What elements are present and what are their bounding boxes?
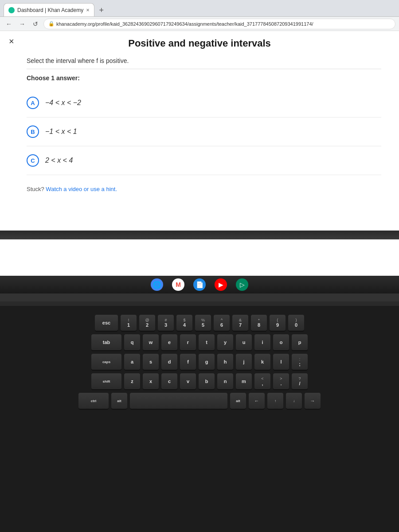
forward-button[interactable]: → (17, 19, 27, 29)
key-arrow-left[interactable]: ← (249, 393, 265, 409)
keyboard-row-5: ctrl alt alt ← ↑ ↓ → (78, 393, 321, 409)
key-p[interactable]: p (292, 334, 308, 350)
key-8[interactable]: *8 (251, 315, 267, 331)
stuck-section: Stuck? Watch a video or use a hint. (27, 186, 381, 192)
keyboard-row-1: esc !1 @2 #3 $4 %5 ^6 &7 *8 (9 )0 (95, 315, 304, 331)
key-5[interactable]: %5 (195, 315, 211, 331)
address-bar-container: ← → ↺ 🔒 khanacademy.org/profile/kaid_362… (0, 17, 399, 31)
key-4[interactable]: $4 (176, 315, 192, 331)
screen-content: Dashboard | Khan Academy × + ← → ↺ 🔒 kha… (0, 0, 399, 293)
key-y[interactable]: y (217, 334, 233, 350)
key-i[interactable]: i (254, 334, 270, 350)
keyboard-row-4: shift z x c v b n m <, >. ?/ (91, 373, 308, 389)
key-semicolon[interactable]: :; (292, 354, 308, 370)
key-slash[interactable]: ?/ (292, 373, 308, 389)
key-x[interactable]: x (143, 373, 159, 389)
key-z[interactable]: z (124, 373, 140, 389)
option-text-c: 2 < x < 4 (45, 156, 73, 164)
key-r[interactable]: r (180, 334, 196, 350)
key-s[interactable]: s (143, 354, 159, 370)
choose-label: Choose 1 answer: (27, 74, 381, 82)
keyboard-row-3: caps a s d f g h j k l :; (91, 354, 308, 370)
key-ctrl[interactable]: ctrl (78, 393, 109, 409)
key-v[interactable]: v (180, 373, 196, 389)
key-g[interactable]: g (199, 354, 215, 370)
key-arrow-down[interactable]: ↓ (286, 393, 302, 409)
key-t[interactable]: t (199, 334, 215, 350)
url-text: khanacademy.org/profile/kaid_36282436902… (56, 21, 313, 27)
key-esc[interactable]: esc (95, 315, 118, 331)
key-q[interactable]: q (124, 334, 140, 350)
key-b[interactable]: b (199, 373, 215, 389)
hint-link[interactable]: Watch a video or use a hint. (46, 186, 117, 192)
question-instruction: Select the interval where f is positive. (27, 57, 381, 69)
key-alt[interactable]: alt (111, 393, 127, 409)
back-button[interactable]: ← (4, 19, 14, 29)
key-6[interactable]: ^6 (214, 315, 230, 331)
browser-titlebar: Dashboard | Khan Academy × + (0, 0, 399, 17)
chrome-icon[interactable]: 🌐 (151, 278, 163, 291)
refresh-button[interactable]: ↺ (30, 19, 41, 29)
laptop-body: Dashboard | Khan Academy × + ← → ↺ 🔒 kha… (0, 0, 399, 532)
key-tab[interactable]: tab (91, 334, 121, 350)
key-n[interactable]: n (217, 373, 233, 389)
tab-bar: Dashboard | Khan Academy × + (4, 0, 108, 16)
key-h[interactable]: h (217, 354, 233, 370)
keyboard-area: esc !1 @2 #3 $4 %5 ^6 &7 *8 (9 )0 tab q … (0, 306, 399, 532)
key-2[interactable]: @2 (139, 315, 155, 331)
key-c[interactable]: c (161, 373, 177, 389)
key-spacebar[interactable] (130, 393, 227, 409)
tab-favicon (8, 7, 15, 13)
key-a[interactable]: a (124, 354, 140, 370)
key-k[interactable]: k (254, 354, 270, 370)
stuck-prefix: Stuck? (27, 186, 46, 192)
question-title: Positive and negative intervals (27, 38, 381, 49)
taskbar: 🌐 M 📄 ▶ ▷ (0, 276, 399, 293)
option-circle-a: A (27, 97, 39, 109)
question-container: Positive and negative intervals Select t… (0, 31, 399, 199)
key-arrow-up[interactable]: ↑ (267, 393, 283, 409)
lock-icon: 🔒 (48, 21, 55, 27)
key-alt-right[interactable]: alt (230, 393, 246, 409)
keyboard-row-2: tab q w e r t y u i o p (91, 334, 308, 350)
key-1[interactable]: !1 (121, 315, 137, 331)
option-circle-c: C (27, 154, 39, 167)
key-0[interactable]: )0 (288, 315, 304, 331)
key-m[interactable]: m (236, 373, 252, 389)
active-tab[interactable]: Dashboard | Khan Academy × (4, 3, 94, 16)
key-comma[interactable]: <, (254, 373, 270, 389)
tab-close-button[interactable]: × (86, 7, 90, 13)
key-u[interactable]: u (236, 334, 252, 350)
url-bar[interactable]: 🔒 khanacademy.org/profile/kaid_362824369… (43, 19, 395, 29)
key-arrow-right[interactable]: → (305, 393, 321, 409)
screen-hinge (0, 231, 399, 239)
key-f[interactable]: f (180, 354, 196, 370)
option-circle-b: B (27, 125, 39, 138)
key-caps[interactable]: caps (91, 354, 121, 370)
play-icon[interactable]: ▷ (236, 278, 248, 291)
key-w[interactable]: w (143, 334, 159, 350)
key-9[interactable]: (9 (270, 315, 286, 331)
gmail-icon[interactable]: M (172, 278, 184, 291)
option-text-a: −4 < x < −2 (45, 99, 81, 107)
key-d[interactable]: d (161, 354, 177, 370)
key-period[interactable]: >. (273, 373, 289, 389)
key-shift-left[interactable]: shift (91, 373, 121, 389)
key-l[interactable]: l (273, 354, 289, 370)
key-7[interactable]: &7 (232, 315, 248, 331)
option-text-b: −1 < x < 1 (45, 128, 77, 136)
tab-title: Dashboard | Khan Academy (17, 7, 83, 13)
screen-bezel: Dashboard | Khan Academy × + ← → ↺ 🔒 kha… (0, 0, 399, 301)
new-tab-button[interactable]: + (95, 4, 108, 16)
answer-option-b[interactable]: B −1 < x < 1 (27, 117, 381, 146)
close-question-button[interactable]: × (9, 36, 14, 47)
files-icon[interactable]: 📄 (193, 278, 206, 291)
key-3[interactable]: #3 (158, 315, 174, 331)
answer-option-a[interactable]: A −4 < x < −2 (27, 89, 381, 117)
answer-option-c[interactable]: C 2 < x < 4 (27, 146, 381, 175)
key-e[interactable]: e (161, 334, 177, 350)
key-j[interactable]: j (236, 354, 252, 370)
key-o[interactable]: o (273, 334, 289, 350)
page-content: × Positive and negative intervals Select… (0, 31, 399, 293)
youtube-icon[interactable]: ▶ (215, 278, 227, 291)
